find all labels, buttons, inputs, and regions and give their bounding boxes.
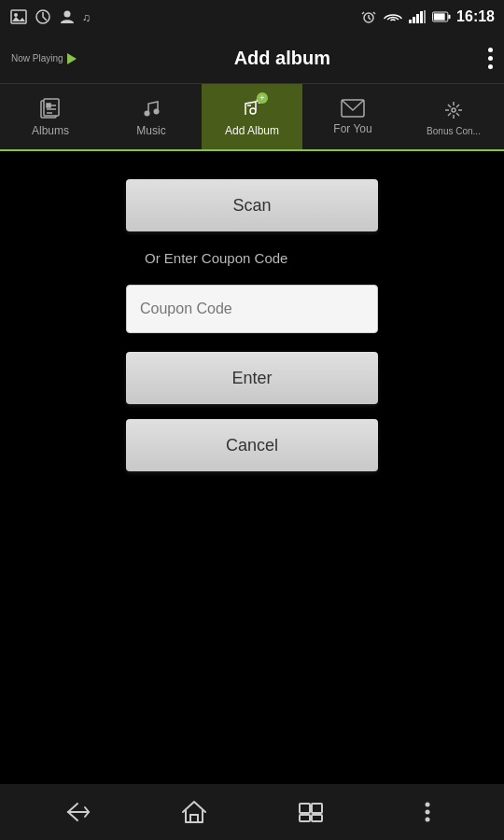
back-button[interactable]	[59, 793, 96, 831]
signal-icon	[408, 7, 427, 26]
menu-dot-2	[488, 56, 493, 61]
svg-rect-32	[300, 804, 310, 813]
tab-bonus[interactable]: Bonus Con...	[403, 84, 504, 149]
or-enter-label: Or Enter Coupon Code	[145, 250, 287, 266]
lastfm-icon: ♫	[82, 7, 101, 26]
page-title: Add album	[234, 48, 330, 69]
svg-point-1	[14, 13, 18, 17]
now-playing[interactable]: Now Playing	[11, 53, 77, 64]
tab-music[interactable]: Music	[101, 84, 202, 149]
now-playing-label: Now Playing	[11, 53, 63, 64]
enter-button[interactable]: Enter	[126, 352, 378, 404]
svg-point-22	[452, 108, 455, 112]
status-bar-right: 16:18	[359, 7, 495, 26]
recents-button[interactable]	[292, 793, 329, 831]
svg-line-30	[448, 113, 451, 116]
person-icon	[58, 7, 77, 26]
time-display: 16:18	[456, 7, 495, 26]
svg-text:♫: ♫	[82, 11, 91, 23]
music-icon	[139, 96, 163, 120]
tab-add-album[interactable]: + + Add Album	[202, 84, 302, 149]
image-icon	[9, 7, 28, 26]
albums-icon	[38, 96, 63, 120]
svg-rect-33	[312, 804, 322, 813]
scan-button[interactable]: Scan	[126, 179, 378, 231]
svg-rect-31	[190, 815, 198, 822]
svg-rect-10	[424, 10, 426, 23]
svg-rect-6	[409, 20, 412, 23]
tab-albums[interactable]: Albums	[0, 84, 101, 149]
svg-rect-12	[434, 13, 445, 20]
title-bar: Now Playing Add album	[0, 34, 504, 84]
menu-dot-3	[488, 64, 493, 69]
main-content: Scan Or Enter Coupon Code Enter Cancel	[0, 151, 504, 499]
tab-bar: Albums Music + + Add Album	[0, 84, 504, 151]
status-bar: ♫	[0, 0, 504, 34]
tab-add-album-label: Add Album	[225, 124, 279, 137]
status-bar-left: ♫	[9, 7, 101, 26]
coupon-code-input[interactable]	[126, 285, 378, 333]
svg-rect-8	[416, 14, 419, 23]
svg-rect-16	[47, 104, 50, 107]
svg-rect-34	[300, 815, 310, 821]
tab-albums-label: Albums	[32, 124, 69, 137]
wifi-icon	[384, 7, 402, 26]
svg-rect-7	[413, 17, 415, 23]
tab-bonus-label: Bonus Con...	[427, 126, 481, 136]
home-button[interactable]	[175, 793, 213, 831]
svg-point-3	[64, 11, 71, 18]
svg-point-36	[425, 803, 429, 807]
bottom-overflow-button[interactable]	[409, 793, 446, 831]
play-icon	[67, 53, 77, 64]
svg-line-29	[456, 105, 459, 107]
overflow-menu-button[interactable]	[488, 48, 493, 69]
mail-icon	[341, 98, 365, 119]
svg-point-17	[145, 111, 150, 117]
svg-point-38	[425, 818, 429, 822]
svg-point-37	[425, 810, 429, 815]
svg-line-28	[456, 113, 459, 116]
battery-icon	[432, 7, 451, 26]
svg-rect-35	[312, 815, 322, 821]
svg-rect-13	[448, 15, 450, 20]
add-badge: +	[257, 92, 268, 104]
cancel-button[interactable]: Cancel	[126, 419, 378, 471]
tab-for-you-label: For You	[333, 122, 371, 135]
tab-for-you[interactable]: For You	[302, 84, 403, 149]
svg-point-19	[250, 108, 256, 114]
svg-rect-9	[420, 11, 423, 23]
alarm-icon	[359, 7, 378, 26]
bottom-nav	[0, 784, 504, 840]
wind-icon	[34, 7, 52, 26]
svg-line-27	[448, 105, 451, 107]
bonus-icon	[441, 98, 466, 122]
svg-point-18	[154, 109, 160, 115]
add-album-icon-wrapper: + +	[240, 96, 264, 120]
tab-music-label: Music	[136, 124, 165, 137]
menu-dot-1	[488, 48, 493, 52]
